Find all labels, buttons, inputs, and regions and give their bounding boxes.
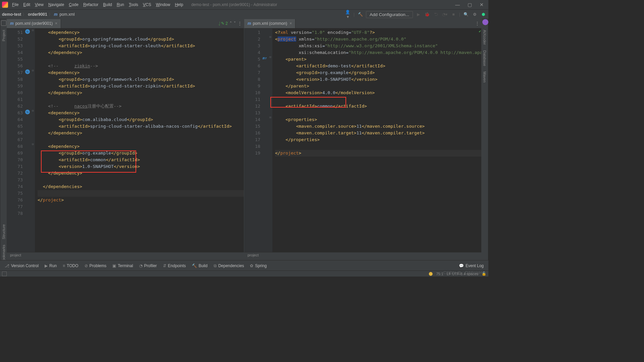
read-lock-icon[interactable]: 🔓 bbox=[482, 272, 486, 276]
tab-options-icon[interactable]: ⋮ bbox=[238, 21, 242, 26]
settings-icon[interactable]: ⚙ bbox=[472, 12, 478, 17]
tab-right-pom[interactable]: m pom.xml (common) × bbox=[244, 19, 296, 28]
add-configuration-button[interactable]: Add Configuration... bbox=[366, 11, 413, 18]
menu-navigate[interactable]: Navigate bbox=[46, 1, 66, 8]
debug-icon[interactable]: 🐞 bbox=[424, 12, 430, 17]
tool-profiler[interactable]: ◔Profiler bbox=[137, 262, 160, 269]
breadcrumb-module[interactable]: order9001 bbox=[28, 12, 47, 17]
project-tool-button[interactable]: Project bbox=[1, 27, 6, 44]
minimize-button[interactable]: — bbox=[453, 2, 462, 7]
file-encoding[interactable]: LF UTF-8 4 spaces bbox=[447, 272, 478, 276]
left-editor-pane: m pom.xml (order9001) × ⎷✎ 2 ˄ ˅ ⋮ 51525… bbox=[7, 19, 244, 260]
tool-build[interactable]: 🔨Build bbox=[189, 262, 210, 269]
tab-options-icon[interactable]: ⋮ bbox=[475, 21, 479, 26]
right-tool-stripe: AiXcoder Database Maven bbox=[481, 19, 488, 266]
code-with-me-icon[interactable]: 👤▾ bbox=[345, 10, 351, 19]
menu-file[interactable]: File bbox=[10, 1, 20, 8]
menu-tools[interactable]: Tools bbox=[127, 1, 140, 8]
menu-help[interactable]: Help bbox=[173, 1, 185, 8]
close-tab-icon[interactable]: × bbox=[289, 21, 292, 26]
maven-file-icon: m bbox=[54, 12, 58, 17]
right-editor-pane: m pom.xml (common) × ⋮ 12345678910111213… bbox=[244, 19, 482, 260]
tool-problems[interactable]: ⊘Problems bbox=[82, 262, 109, 269]
status-bar: ⬤ 75:1 LF UTF-8 4 spaces 🔓 bbox=[0, 270, 488, 277]
menu-window[interactable]: Window bbox=[154, 1, 172, 8]
breadcrumb[interactable]: demo-test〉 order9001〉 m pom.xml bbox=[2, 12, 75, 17]
profile-icon[interactable]: ◔▾ bbox=[442, 12, 448, 17]
tool-todo[interactable]: ≡TODO bbox=[60, 262, 81, 269]
stop-icon[interactable]: ■ bbox=[450, 12, 457, 17]
event-log-button[interactable]: 💬Event Log bbox=[456, 262, 486, 269]
menu-code[interactable]: Code bbox=[67, 1, 80, 8]
left-editor[interactable]: 5152535455565758596061626364656667686970… bbox=[7, 28, 244, 252]
avatar[interactable] bbox=[482, 19, 488, 25]
breadcrumb-file[interactable]: pom.xml bbox=[59, 12, 74, 17]
build-icon[interactable]: 🔨 bbox=[357, 12, 363, 17]
highlight-box-left bbox=[41, 150, 136, 173]
search-icon[interactable]: 🔍 bbox=[463, 12, 469, 17]
structure-tool-button[interactable]: Structure bbox=[1, 222, 6, 242]
project-tool-icon[interactable] bbox=[1, 20, 6, 26]
run-icon[interactable]: ▶ bbox=[416, 12, 422, 17]
ai-assistant-icon[interactable]: ⬢ bbox=[480, 12, 486, 17]
bottom-tool-bar: ⎇Version Control▶Run≡TODO⊘Problems▣Termi… bbox=[0, 260, 488, 271]
menu-run[interactable]: Run bbox=[115, 1, 126, 8]
tool-version control[interactable]: ⎇Version Control bbox=[2, 262, 41, 269]
main-menu: FileEditViewNavigateCodeRefactorBuildRun… bbox=[10, 1, 185, 8]
menu-view[interactable]: View bbox=[33, 1, 46, 8]
tool-terminal[interactable]: ▣Terminal bbox=[110, 262, 136, 269]
maven-tool-button[interactable]: Maven bbox=[482, 69, 487, 85]
window-title: demo-test - pom.xml (order9001) - Admini… bbox=[185, 2, 453, 7]
tool-spring[interactable]: ✿Spring bbox=[247, 262, 269, 269]
navigation-bar: demo-test〉 order9001〉 m pom.xml 👤▾ | 🔨 A… bbox=[0, 10, 488, 19]
title-bar: FileEditViewNavigateCodeRefactorBuildRun… bbox=[0, 0, 488, 10]
menu-edit[interactable]: Edit bbox=[21, 1, 32, 8]
highlight-box-right bbox=[270, 97, 346, 108]
app-logo-icon bbox=[2, 2, 8, 8]
coverage-icon[interactable]: ⮌ bbox=[433, 12, 439, 17]
database-tool-button[interactable]: Database bbox=[482, 48, 487, 69]
close-tab-icon[interactable]: × bbox=[54, 21, 58, 26]
aixcoder-tool-button[interactable]: AiXcoder bbox=[482, 27, 487, 48]
tab-left-pom[interactable]: m pom.xml (order9001) × bbox=[7, 19, 61, 28]
caret-position[interactable]: 75:1 bbox=[436, 272, 443, 276]
right-editor[interactable]: 12345678910111213141516171819 m↑ ⊟⊟⊟ <?x… bbox=[244, 28, 481, 252]
tool-windows-icon[interactable] bbox=[2, 272, 7, 276]
next-highlight-icon[interactable]: ˅ bbox=[234, 21, 236, 26]
maximize-button[interactable]: ▢ bbox=[465, 2, 474, 7]
inspection-status-icon[interactable]: ⎷✎ 2 bbox=[219, 21, 228, 26]
breadcrumb-root[interactable]: demo-test bbox=[2, 12, 21, 17]
left-tool-stripe: Project Structure Bookmarks bbox=[0, 19, 7, 266]
close-button[interactable]: ✕ bbox=[477, 2, 486, 7]
warning-icon[interactable]: ⬤ bbox=[429, 272, 433, 276]
maven-file-icon: m bbox=[248, 21, 251, 26]
editor-crumb-right[interactable]: project bbox=[244, 252, 481, 260]
menu-vcs[interactable]: VCS bbox=[141, 1, 153, 8]
tool-dependencies[interactable]: ⧉Dependencies bbox=[211, 262, 247, 269]
menu-refactor[interactable]: Refactor bbox=[81, 1, 100, 8]
inspection-ok-icon[interactable]: ✔ bbox=[479, 29, 481, 34]
prev-highlight-icon[interactable]: ˄ bbox=[230, 21, 232, 26]
tab-label: pom.xml (order9001) bbox=[15, 21, 53, 26]
tool-run[interactable]: ▶Run bbox=[42, 262, 59, 269]
menu-build[interactable]: Build bbox=[101, 1, 114, 8]
tool-endpoints[interactable]: ⇵Endpoints bbox=[160, 262, 189, 269]
maven-file-icon: m bbox=[10, 21, 14, 26]
tab-label: pom.xml (common) bbox=[253, 21, 287, 26]
editor-crumb-left[interactable]: project bbox=[7, 252, 244, 260]
